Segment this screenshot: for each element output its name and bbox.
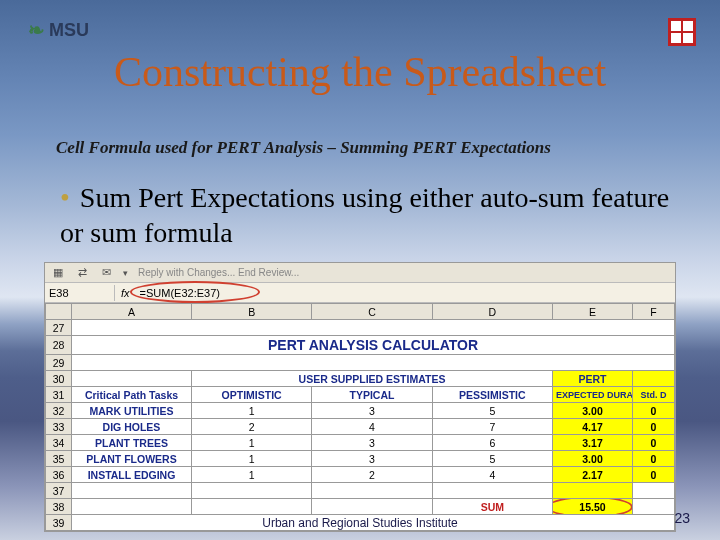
spreadsheet-grid: A B C D E F 27 28 PERT ANALYSIS CALCULAT… — [45, 303, 675, 531]
expected-cell[interactable]: 2.17 — [553, 467, 633, 483]
hdr-user-estimates: USER SUPPLIED ESTIMATES — [192, 371, 553, 387]
hdr-tasks: Critical Path Tasks — [72, 387, 192, 403]
logo-text: MSU — [49, 20, 89, 41]
row-header[interactable]: 37 — [46, 483, 72, 499]
task-name[interactable]: INSTALL EDGING — [72, 467, 192, 483]
col-header[interactable]: A — [72, 304, 192, 320]
formula-bar: E38 fx =SUM(E32:E37) — [45, 283, 675, 303]
col-header[interactable]: F — [633, 304, 675, 320]
stdd-cell[interactable]: 0 — [633, 435, 675, 451]
hdr-expected: EXPECTED DURATION — [553, 387, 633, 403]
task-name[interactable]: PLANT TREES — [72, 435, 192, 451]
row-header[interactable]: 33 — [46, 419, 72, 435]
row-header[interactable]: 34 — [46, 435, 72, 451]
hdr-stdd: Std. D — [633, 387, 675, 403]
pessimistic-cell[interactable]: 7 — [432, 419, 552, 435]
corner-cell[interactable] — [46, 304, 72, 320]
hdr-pert: PERT — [553, 371, 633, 387]
row-header[interactable]: 28 — [46, 336, 72, 355]
slide-subtitle: Cell Formula used for PERT Analysis – Su… — [56, 138, 680, 158]
logo-red-square — [668, 18, 696, 46]
hdr-optimistic: OPTIMISTIC — [192, 387, 312, 403]
slide-title: Constructing the Spreadsheet — [0, 48, 720, 96]
workbook-icon[interactable]: ▦ — [51, 266, 65, 280]
typical-cell[interactable]: 3 — [312, 435, 432, 451]
task-name[interactable]: PLANT FLOWERS — [72, 451, 192, 467]
optimistic-cell[interactable]: 1 — [192, 467, 312, 483]
excel-toolbar: ▦ ⇄ ✉ ▾ Reply with Changes... End Review… — [45, 263, 675, 283]
col-header[interactable]: D — [432, 304, 552, 320]
expected-cell[interactable]: 3.00 — [553, 451, 633, 467]
bullet-text: •Sum Pert Expectations using either auto… — [60, 180, 680, 250]
stdd-cell[interactable]: 0 — [633, 419, 675, 435]
excel-screenshot: ▦ ⇄ ✉ ▾ Reply with Changes... End Review… — [44, 262, 676, 532]
expected-cell[interactable]: 4.17 — [553, 419, 633, 435]
envelope-icon[interactable]: ✉ — [99, 266, 113, 280]
stdd-cell[interactable]: 0 — [633, 451, 675, 467]
col-header[interactable]: B — [192, 304, 312, 320]
row-header[interactable]: 27 — [46, 320, 72, 336]
optimistic-cell[interactable]: 1 — [192, 451, 312, 467]
col-header[interactable]: E — [553, 304, 633, 320]
optimistic-cell[interactable]: 2 — [192, 419, 312, 435]
row-header[interactable]: 30 — [46, 371, 72, 387]
typical-cell[interactable]: 2 — [312, 467, 432, 483]
leaf-icon: ❧ — [28, 18, 45, 42]
pessimistic-cell[interactable]: 6 — [432, 435, 552, 451]
hdr-pessimistic: PESSIMISTIC — [432, 387, 552, 403]
task-name[interactable]: MARK UTILITIES — [72, 403, 192, 419]
task-row: 35PLANT FLOWERS1353.000 — [46, 451, 675, 467]
sum-label: SUM — [432, 499, 552, 515]
row-header[interactable]: 29 — [46, 355, 72, 371]
task-name[interactable]: DIG HOLES — [72, 419, 192, 435]
toolbar-review-text: Reply with Changes... End Review... — [138, 267, 299, 278]
formula-input[interactable]: =SUM(E32:E37) — [136, 285, 224, 301]
row-header[interactable]: 31 — [46, 387, 72, 403]
task-row: 34PLANT TREES1363.170 — [46, 435, 675, 451]
row-header[interactable]: 36 — [46, 467, 72, 483]
row-header[interactable]: 35 — [46, 451, 72, 467]
task-row: 32MARK UTILITIES1353.000 — [46, 403, 675, 419]
share-icon[interactable]: ⇄ — [75, 266, 89, 280]
stdd-cell[interactable]: 0 — [633, 403, 675, 419]
row-header[interactable]: 38 — [46, 499, 72, 515]
bullet-dot-icon: • — [60, 182, 70, 213]
fx-label[interactable]: fx — [115, 287, 136, 299]
col-header[interactable]: C — [312, 304, 432, 320]
typical-cell[interactable]: 4 — [312, 419, 432, 435]
pert-title: PERT ANALYSIS CALCULATOR — [72, 336, 675, 355]
pessimistic-cell[interactable]: 5 — [432, 403, 552, 419]
hdr-blank — [72, 371, 192, 387]
task-row: 33DIG HOLES2474.170 — [46, 419, 675, 435]
expected-cell[interactable]: 3.00 — [553, 403, 633, 419]
row-header[interactable]: 32 — [46, 403, 72, 419]
task-row: 36INSTALL EDGING1242.170 — [46, 467, 675, 483]
hdr-typical: TYPICAL — [312, 387, 432, 403]
typical-cell[interactable]: 3 — [312, 451, 432, 467]
col-header-row: A B C D E F — [46, 304, 675, 320]
typical-cell[interactable]: 3 — [312, 403, 432, 419]
pessimistic-cell[interactable]: 5 — [432, 451, 552, 467]
sum-value-cell[interactable]: 15.50 — [553, 499, 633, 515]
name-box[interactable]: E38 — [45, 285, 115, 301]
footer-institute: Urban and Regional Studies Institute — [0, 516, 720, 530]
dropdown-arrow-icon[interactable]: ▾ — [123, 268, 128, 278]
pessimistic-cell[interactable]: 4 — [432, 467, 552, 483]
optimistic-cell[interactable]: 1 — [192, 435, 312, 451]
optimistic-cell[interactable]: 1 — [192, 403, 312, 419]
expected-cell[interactable]: 3.17 — [553, 435, 633, 451]
logo-msu: ❧ MSU — [28, 18, 89, 42]
stdd-cell[interactable]: 0 — [633, 467, 675, 483]
slide-number: 23 — [674, 510, 690, 526]
